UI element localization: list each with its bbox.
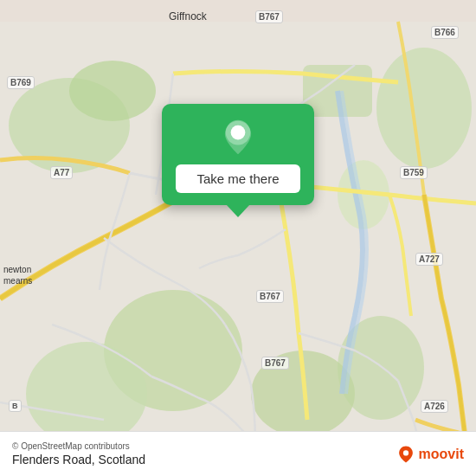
road-label-a77: A77 — [50, 166, 73, 179]
road-label-b767-bot: B767 — [261, 357, 289, 370]
map-svg — [0, 0, 476, 476]
take-me-there-button[interactable]: Take me there — [176, 164, 300, 193]
place-label-newton-mearns: newtonmearns — [3, 264, 32, 286]
moovit-logo: moovit — [396, 445, 464, 464]
road-label-b767-top: B767 — [255, 10, 283, 23]
bottom-bar: © OpenStreetMap contributors Flenders Ro… — [0, 431, 476, 476]
road-label-a726: A726 — [421, 400, 448, 413]
map-container: B767 B769 B766 B767 A77 B759 A727 B767 B… — [0, 0, 476, 476]
road-label-b-sw: B — [9, 400, 22, 412]
moovit-pin-icon — [396, 445, 415, 464]
road-label-a727: A727 — [415, 253, 443, 266]
svg-point-12 — [234, 129, 242, 138]
svg-point-2 — [69, 61, 156, 121]
popup-card[interactable]: Take me there — [162, 104, 314, 205]
road-label-b759: B759 — [400, 166, 428, 179]
bottom-left: © OpenStreetMap contributors Flenders Ro… — [12, 441, 145, 466]
road-label-b766: B766 — [431, 26, 459, 39]
svg-point-13 — [402, 450, 408, 455]
svg-point-6 — [26, 342, 147, 446]
svg-point-7 — [376, 48, 472, 169]
road-label-b767-lower: B767 — [256, 290, 284, 303]
road-label-b769: B769 — [7, 76, 35, 89]
moovit-brand-text: moovit — [419, 447, 464, 462]
location-name: Flenders Road, Scotland — [12, 453, 145, 466]
location-pin-icon — [220, 119, 256, 156]
attribution-text: © OpenStreetMap contributors — [12, 441, 145, 451]
place-label-giffnock: Giffnock — [169, 10, 207, 23]
